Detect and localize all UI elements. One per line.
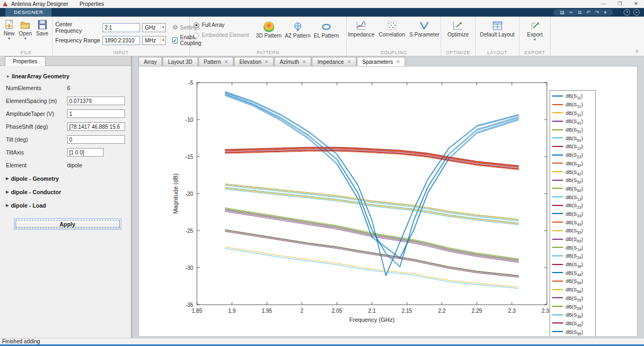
legend-label: dB(S25) bbox=[566, 304, 583, 310]
default-layout-button[interactable]: Default Layout bbox=[478, 19, 516, 38]
legend-entry-S61[interactable]: dB(S61) bbox=[552, 134, 593, 142]
legend-entry-S43[interactable]: dB(S43) bbox=[552, 218, 593, 226]
chevron-down-icon: ▼ bbox=[8, 37, 11, 40]
property-row-tilt-deg-: Tilt (deg) bbox=[6, 133, 129, 146]
collapse-ribbon-icon[interactable]: ∧ bbox=[635, 48, 639, 54]
impedance-button[interactable]: Impedance bbox=[346, 19, 376, 38]
apply-button[interactable]: Apply bbox=[14, 218, 121, 230]
tab-array[interactable]: Array bbox=[138, 57, 162, 66]
qa-redo-icon[interactable]: ↷ bbox=[595, 9, 599, 16]
impedance-label: Impedance bbox=[348, 32, 374, 38]
property-input[interactable] bbox=[67, 109, 125, 118]
legend-entry-S35[interactable]: dB(S35) bbox=[552, 311, 593, 319]
legend-entry-S32[interactable]: dB(S32) bbox=[552, 159, 593, 168]
maximize-icon[interactable]: ❐ bbox=[612, 0, 628, 8]
section-dipole-load[interactable]: ▶dipole - Load bbox=[6, 198, 129, 212]
qa-cut-icon[interactable]: ✂ bbox=[569, 9, 573, 16]
section-dipole-conductor[interactable]: ▶dipole - Conductor bbox=[6, 185, 129, 198]
tab-close-icon[interactable]: ✕ bbox=[265, 59, 268, 64]
legend-entry-S55[interactable]: dB(S55) bbox=[552, 327, 593, 336]
minimize-icon[interactable]: — bbox=[596, 0, 612, 8]
save-button[interactable]: Save bbox=[34, 18, 50, 40]
property-input[interactable] bbox=[67, 122, 125, 131]
embedded-element-radio[interactable]: Embedded Element bbox=[194, 32, 249, 38]
legend-entry-S24[interactable]: dB(S24) bbox=[552, 252, 593, 260]
property-label: AmplitudeTaper (V) bbox=[6, 111, 67, 117]
open-button[interactable]: Open ▼ bbox=[17, 18, 33, 40]
tab-designer[interactable]: DESIGNER bbox=[5, 8, 52, 17]
legend-label: dB(S35) bbox=[566, 312, 583, 318]
section-dipole-geometry[interactable]: ▶dipole - Geometry bbox=[6, 172, 129, 185]
legend-entry-S12[interactable]: dB(S12) bbox=[552, 142, 593, 151]
tab-layout-3d[interactable]: Layout 3D bbox=[163, 57, 198, 66]
close-icon[interactable]: ✕ bbox=[628, 0, 644, 8]
legend-entry-S21[interactable]: dB(S21) bbox=[552, 100, 593, 109]
optimize-button[interactable]: Optimize bbox=[446, 19, 470, 38]
legend-entry-S23[interactable]: dB(S23) bbox=[552, 201, 593, 210]
legend-entry-S22[interactable]: dB(S22) bbox=[552, 151, 593, 159]
lineararray-geometry-header[interactable]: ▼ linearArray Geometry bbox=[6, 71, 129, 82]
account-icon[interactable]: • bbox=[633, 9, 640, 16]
property-input[interactable] bbox=[67, 148, 104, 157]
legend-entry-S25[interactable]: dB(S25) bbox=[552, 302, 593, 311]
qa-copy-icon[interactable]: ⧉ bbox=[578, 9, 581, 16]
tab-close-icon[interactable]: ✕ bbox=[224, 59, 228, 64]
legend-entry-S54[interactable]: dB(S54) bbox=[552, 277, 593, 285]
legend-entry-S62[interactable]: dB(S62) bbox=[552, 185, 593, 193]
full-array-radio[interactable]: Full Array bbox=[194, 22, 249, 28]
legend-entry-S15[interactable]: dB(S15) bbox=[552, 294, 593, 303]
legend-entry-S41[interactable]: dB(S41) bbox=[552, 117, 593, 126]
legend-line-swatch bbox=[552, 205, 563, 206]
tab-azimuth[interactable]: Azimuth✕ bbox=[274, 57, 311, 66]
property-input[interactable] bbox=[67, 135, 125, 144]
legend-entry-S52[interactable]: dB(S52) bbox=[552, 176, 593, 185]
qa-undo-icon[interactable]: ↶ bbox=[586, 9, 590, 16]
tab-properties[interactable]: Properties bbox=[5, 56, 46, 66]
export-button[interactable]: Export ▼ bbox=[525, 19, 544, 41]
legend-label: dB(S33) bbox=[566, 211, 583, 217]
legend-entry-S14[interactable]: dB(S14) bbox=[552, 243, 593, 252]
tab-close-icon[interactable]: ✕ bbox=[347, 59, 351, 64]
legend-entry-S44[interactable]: dB(S44) bbox=[552, 268, 593, 277]
tab-impedance[interactable]: Impedance✕ bbox=[312, 57, 356, 66]
qa-save-icon[interactable]: ▤ bbox=[560, 9, 565, 16]
tab-pattern[interactable]: Pattern✕ bbox=[199, 57, 233, 66]
legend-label: dB(S64) bbox=[566, 286, 583, 292]
tab-sparameters[interactable]: Sparameters✕ bbox=[357, 57, 405, 66]
legend-entry-S64[interactable]: dB(S64) bbox=[552, 285, 593, 294]
tab-elevation[interactable]: Elevation✕ bbox=[234, 57, 274, 66]
s-parameter-button[interactable]: S Parameter bbox=[408, 19, 441, 38]
center-frequency-input[interactable] bbox=[103, 23, 140, 32]
impedance-icon bbox=[356, 20, 367, 31]
el-pattern-button[interactable]: EL Pattern bbox=[312, 20, 340, 39]
property-input[interactable] bbox=[67, 97, 125, 105]
legend-entry-S45[interactable]: dB(S45) bbox=[552, 319, 593, 328]
legend-label: dB(S63) bbox=[566, 236, 583, 242]
legend-entry-S53[interactable]: dB(S53) bbox=[552, 226, 593, 235]
legend-entry-S34[interactable]: dB(S34) bbox=[552, 260, 593, 269]
legend-line-swatch bbox=[552, 213, 563, 214]
tab-close-icon[interactable]: ✕ bbox=[302, 59, 306, 64]
property-row-numelements: NumElements6 bbox=[6, 82, 129, 94]
help-icon[interactable]: ? bbox=[624, 9, 630, 16]
legend-entry-S11[interactable]: dB(S11) bbox=[552, 92, 593, 100]
legend-entry-S33[interactable]: dB(S33) bbox=[552, 210, 593, 218]
frequency-range-input[interactable] bbox=[103, 36, 140, 45]
tab-close-icon[interactable]: ✕ bbox=[396, 59, 400, 64]
legend-entry-S51[interactable]: dB(S51) bbox=[552, 126, 593, 134]
legend-entry-S42[interactable]: dB(S42) bbox=[552, 167, 593, 176]
legend-entry-S13[interactable]: dB(S13) bbox=[552, 193, 593, 201]
qa-more-icon[interactable]: ▾ bbox=[604, 9, 606, 16]
legend-entry-S65[interactable]: dB(S65) bbox=[552, 336, 593, 337]
legend-label: dB(S61) bbox=[566, 135, 583, 141]
az-pattern-button[interactable]: AZ Pattern bbox=[283, 20, 312, 39]
new-button[interactable]: New ▼ bbox=[2, 18, 16, 40]
correlation-button[interactable]: Correlation bbox=[377, 19, 407, 38]
legend-entry-S31[interactable]: dB(S31) bbox=[552, 108, 593, 117]
legend-label: dB(S53) bbox=[566, 227, 583, 233]
center-frequency-unit-select[interactable]: GHz ▾ bbox=[142, 23, 166, 32]
pattern-3d-button[interactable]: 3D Pattern bbox=[254, 20, 283, 39]
legend-entry-S63[interactable]: dB(S63) bbox=[552, 235, 593, 244]
frequency-range-unit-select[interactable]: MHz ▾ bbox=[142, 36, 166, 45]
radio-selected-icon bbox=[194, 23, 199, 28]
